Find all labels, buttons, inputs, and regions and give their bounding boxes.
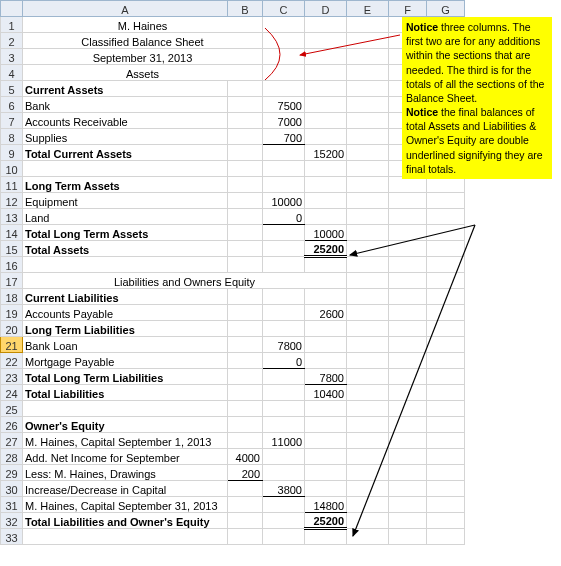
row-3[interactable]: 3 [1, 49, 23, 65]
row-33[interactable]: 33 [1, 529, 23, 545]
row-11[interactable]: 11 [1, 177, 23, 193]
supplies-value[interactable]: 700 [263, 129, 305, 145]
notice-word-2: Notice [406, 106, 438, 118]
total-ca-value[interactable]: 15200 [305, 145, 347, 161]
subtitle[interactable]: Classified Balance Sheet [23, 33, 263, 49]
cap1-value[interactable]: 11000 [263, 433, 305, 449]
bank-label[interactable]: Bank [23, 97, 228, 113]
col-B[interactable]: B [228, 1, 263, 17]
cl-title[interactable]: Current Liabilities [23, 289, 228, 305]
row-6[interactable]: 6 [1, 97, 23, 113]
bank-value[interactable]: 7500 [263, 97, 305, 113]
row-5[interactable]: 5 [1, 81, 23, 97]
row-15[interactable]: 15 [1, 241, 23, 257]
draw-value[interactable]: 200 [228, 465, 263, 481]
land-label[interactable]: Land [23, 209, 228, 225]
row-8[interactable]: 8 [1, 129, 23, 145]
row-1[interactable]: 1 [1, 17, 23, 33]
chg-value[interactable]: 3800 [263, 481, 305, 497]
oe-title[interactable]: Owner's Equity [23, 417, 228, 433]
row-32[interactable]: 32 [1, 513, 23, 529]
notice-word-1: Notice [406, 21, 438, 33]
total-ca-label[interactable]: Total Current Assets [23, 145, 228, 161]
row-2[interactable]: 2 [1, 33, 23, 49]
col-C[interactable]: C [263, 1, 305, 17]
land-value[interactable]: 0 [263, 209, 305, 225]
tloe-value[interactable]: 25200 [305, 513, 347, 529]
row-16[interactable]: 16 [1, 257, 23, 273]
row-18[interactable]: 18 [1, 289, 23, 305]
ni-label[interactable]: Add. Net Income for September [23, 449, 228, 465]
callout-note: Notice three columns. The first two are … [402, 17, 552, 179]
row-22[interactable]: 22 [1, 353, 23, 369]
total-lta-value[interactable]: 10000 [305, 225, 347, 241]
date[interactable]: September 31, 2013 [23, 49, 263, 65]
col-G[interactable]: G [427, 1, 465, 17]
row-10[interactable]: 10 [1, 161, 23, 177]
equipment-label[interactable]: Equipment [23, 193, 228, 209]
ar-value[interactable]: 7000 [263, 113, 305, 129]
total-ltl-label[interactable]: Total Long Term Liabilities [23, 369, 228, 385]
total-lta-label[interactable]: Total Long Term Assets [23, 225, 228, 241]
mortgage-value[interactable]: 0 [263, 353, 305, 369]
cap2-value[interactable]: 14800 [305, 497, 347, 513]
assets-header[interactable]: Assets [23, 65, 263, 81]
title[interactable]: M. Haines [23, 17, 263, 33]
row-14[interactable]: 14 [1, 225, 23, 241]
total-assets-label[interactable]: Total Assets [23, 241, 228, 257]
col-A[interactable]: A [23, 1, 228, 17]
supplies-label[interactable]: Supplies [23, 129, 228, 145]
row-21[interactable]: 21 [1, 337, 23, 353]
row-30[interactable]: 30 [1, 481, 23, 497]
row-17[interactable]: 17 [1, 273, 23, 289]
loan-value[interactable]: 7800 [263, 337, 305, 353]
row-25[interactable]: 25 [1, 401, 23, 417]
ltl-title[interactable]: Long Term Liabilities [23, 321, 228, 337]
row-9[interactable]: 9 [1, 145, 23, 161]
column-headers: A B C D E F G [1, 1, 465, 17]
ar-label[interactable]: Accounts Receivable [23, 113, 228, 129]
row-23[interactable]: 23 [1, 369, 23, 385]
tloe-label[interactable]: Total Liabilities and Owner's Equity [23, 513, 228, 529]
notice-text-1: three columns. The first two are for any… [406, 21, 544, 104]
total-assets-value[interactable]: 25200 [305, 241, 347, 257]
cap1-label[interactable]: M. Haines, Capital September 1, 2013 [23, 433, 228, 449]
equipment-value[interactable]: 10000 [263, 193, 305, 209]
row-28[interactable]: 28 [1, 449, 23, 465]
col-E[interactable]: E [347, 1, 389, 17]
current-assets-title[interactable]: Current Assets [23, 81, 228, 97]
row-31[interactable]: 31 [1, 497, 23, 513]
lta-title[interactable]: Long Term Assets [23, 177, 228, 193]
spreadsheet-grid[interactable]: A B C D E F G 1M. Haines 2Classified Bal… [0, 0, 465, 545]
row-12[interactable]: 12 [1, 193, 23, 209]
row-29[interactable]: 29 [1, 465, 23, 481]
row-20[interactable]: 20 [1, 321, 23, 337]
total-liab-label[interactable]: Total Liabilities [23, 385, 228, 401]
total-liab-value[interactable]: 10400 [305, 385, 347, 401]
chg-label[interactable]: Increase/Decrease in Capital [23, 481, 228, 497]
row-19[interactable]: 19 [1, 305, 23, 321]
ap-value[interactable]: 2600 [305, 305, 347, 321]
draw-label[interactable]: Less: M. Haines, Drawings [23, 465, 228, 481]
col-F[interactable]: F [389, 1, 427, 17]
row-27[interactable]: 27 [1, 433, 23, 449]
row-24[interactable]: 24 [1, 385, 23, 401]
ni-value[interactable]: 4000 [228, 449, 263, 465]
col-D[interactable]: D [305, 1, 347, 17]
liab-oe-header[interactable]: Liabilities and Owners Equity [23, 273, 347, 289]
row-26[interactable]: 26 [1, 417, 23, 433]
mortgage-label[interactable]: Mortgage Payable [23, 353, 228, 369]
row-13[interactable]: 13 [1, 209, 23, 225]
total-ltl-value[interactable]: 7800 [305, 369, 347, 385]
loan-label[interactable]: Bank Loan [23, 337, 228, 353]
ap-label[interactable]: Accounts Payable [23, 305, 228, 321]
row-7[interactable]: 7 [1, 113, 23, 129]
row-4[interactable]: 4 [1, 65, 23, 81]
cap2-label[interactable]: M. Haines, Capital September 31, 2013 [23, 497, 228, 513]
